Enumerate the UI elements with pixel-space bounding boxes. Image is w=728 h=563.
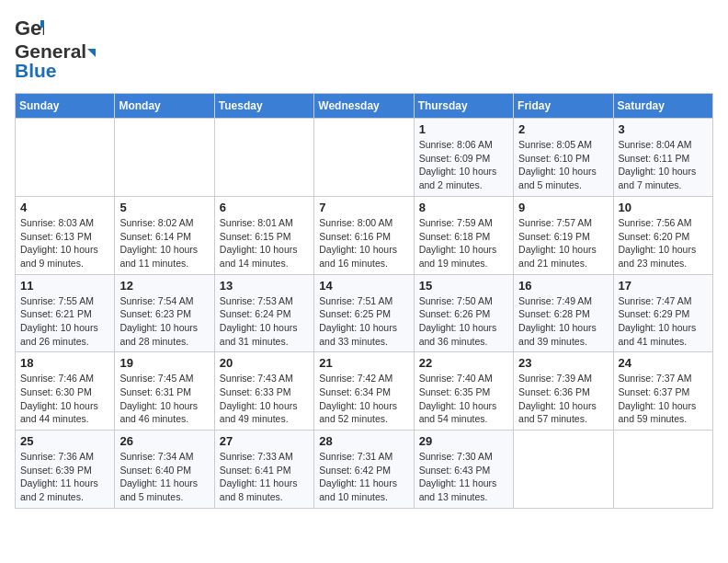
- day-content: Sunrise: 7:51 AMSunset: 6:25 PMDaylight:…: [319, 294, 408, 349]
- day-number: 7: [319, 201, 408, 214]
- day-content: Sunrise: 7:30 AMSunset: 6:43 PMDaylight:…: [419, 450, 508, 504]
- day-cell: [115, 119, 214, 197]
- day-number: 18: [20, 356, 109, 370]
- day-cell: 25Sunrise: 7:36 AMSunset: 6:39 PMDayligh…: [16, 431, 115, 509]
- day-cell: 20Sunrise: 7:43 AMSunset: 6:33 PMDayligh…: [214, 352, 313, 431]
- day-number: 9: [518, 201, 608, 214]
- day-number: 29: [419, 434, 508, 448]
- day-content: Sunrise: 7:54 AMSunset: 6:23 PMDaylight:…: [119, 294, 209, 349]
- day-cell: [613, 431, 712, 509]
- week-row-3: 11Sunrise: 7:55 AMSunset: 6:21 PMDayligh…: [16, 274, 713, 352]
- day-content: Sunrise: 7:43 AMSunset: 6:33 PMDaylight:…: [220, 372, 309, 426]
- day-number: 12: [119, 279, 209, 293]
- day-number: 22: [419, 356, 508, 370]
- day-content: Sunrise: 7:53 AMSunset: 6:24 PMDaylight:…: [220, 294, 309, 349]
- day-cell: 11Sunrise: 7:55 AMSunset: 6:21 PMDayligh…: [16, 274, 115, 352]
- day-number: 26: [119, 434, 209, 448]
- day-number: 8: [419, 201, 508, 214]
- col-header-friday: Friday: [514, 94, 613, 119]
- day-content: Sunrise: 8:00 AMSunset: 6:16 PMDaylight:…: [319, 216, 408, 270]
- day-cell: 15Sunrise: 7:50 AMSunset: 6:26 PMDayligh…: [414, 274, 513, 352]
- day-content: Sunrise: 8:05 AMSunset: 6:10 PMDaylight:…: [518, 138, 608, 192]
- day-number: 15: [419, 279, 508, 293]
- day-number: 3: [619, 122, 708, 136]
- day-number: 19: [119, 356, 209, 370]
- day-number: 28: [319, 434, 408, 448]
- day-cell: 19Sunrise: 7:45 AMSunset: 6:31 PMDayligh…: [115, 352, 214, 431]
- day-cell: [16, 119, 115, 197]
- day-cell: 6Sunrise: 8:01 AMSunset: 6:15 PMDaylight…: [214, 196, 313, 274]
- day-content: Sunrise: 8:04 AMSunset: 6:11 PMDaylight:…: [619, 138, 708, 192]
- col-header-monday: Monday: [115, 94, 214, 119]
- day-content: Sunrise: 7:42 AMSunset: 6:34 PMDaylight:…: [319, 372, 408, 426]
- day-cell: 18Sunrise: 7:46 AMSunset: 6:30 PMDayligh…: [16, 352, 115, 431]
- day-cell: 8Sunrise: 7:59 AMSunset: 6:18 PMDaylight…: [414, 196, 513, 274]
- day-cell: 4Sunrise: 8:03 AMSunset: 6:13 PMDaylight…: [16, 196, 115, 274]
- day-cell: [514, 431, 613, 509]
- day-content: Sunrise: 7:50 AMSunset: 6:26 PMDaylight:…: [419, 294, 508, 349]
- day-content: Sunrise: 7:36 AMSunset: 6:39 PMDaylight:…: [20, 450, 109, 504]
- day-number: 25: [20, 434, 109, 448]
- calendar-table: SundayMondayTuesdayWednesdayThursdayFrid…: [15, 93, 713, 509]
- col-header-thursday: Thursday: [414, 94, 513, 119]
- day-number: 11: [20, 279, 109, 293]
- svg-text:General: General: [15, 17, 44, 40]
- day-cell: 21Sunrise: 7:42 AMSunset: 6:34 PMDayligh…: [314, 352, 414, 431]
- header: General General Blue: [15, 15, 713, 82]
- day-content: Sunrise: 7:55 AMSunset: 6:21 PMDaylight:…: [20, 294, 109, 349]
- col-header-saturday: Saturday: [613, 94, 712, 119]
- day-cell: 7Sunrise: 8:00 AMSunset: 6:16 PMDaylight…: [314, 196, 414, 274]
- day-cell: 24Sunrise: 7:37 AMSunset: 6:37 PMDayligh…: [613, 352, 712, 431]
- logo-line1: General: [15, 40, 86, 62]
- day-number: 6: [220, 201, 309, 214]
- day-cell: [314, 119, 414, 197]
- week-row-4: 18Sunrise: 7:46 AMSunset: 6:30 PMDayligh…: [16, 352, 713, 431]
- day-cell: 29Sunrise: 7:30 AMSunset: 6:43 PMDayligh…: [414, 431, 513, 509]
- day-content: Sunrise: 7:31 AMSunset: 6:42 PMDaylight:…: [319, 450, 408, 504]
- week-row-1: 1Sunrise: 8:06 AMSunset: 6:09 PMDaylight…: [16, 119, 713, 197]
- day-content: Sunrise: 8:03 AMSunset: 6:13 PMDaylight:…: [20, 216, 109, 270]
- day-cell: 13Sunrise: 7:53 AMSunset: 6:24 PMDayligh…: [214, 274, 313, 352]
- day-cell: 28Sunrise: 7:31 AMSunset: 6:42 PMDayligh…: [314, 431, 414, 509]
- day-content: Sunrise: 7:40 AMSunset: 6:35 PMDaylight:…: [419, 372, 508, 426]
- day-number: 27: [220, 434, 309, 448]
- day-content: Sunrise: 8:02 AMSunset: 6:14 PMDaylight:…: [119, 216, 209, 270]
- day-cell: 3Sunrise: 8:04 AMSunset: 6:11 PMDaylight…: [613, 119, 712, 197]
- calendar-header: SundayMondayTuesdayWednesdayThursdayFrid…: [16, 94, 713, 119]
- day-number: 20: [220, 356, 309, 370]
- day-number: 24: [619, 356, 708, 370]
- day-number: 23: [518, 356, 608, 370]
- day-cell: 2Sunrise: 8:05 AMSunset: 6:10 PMDaylight…: [514, 119, 613, 197]
- col-header-sunday: Sunday: [16, 94, 115, 119]
- day-content: Sunrise: 8:06 AMSunset: 6:09 PMDaylight:…: [419, 138, 508, 192]
- logo-line2: Blue: [15, 60, 57, 82]
- day-content: Sunrise: 7:59 AMSunset: 6:18 PMDaylight:…: [419, 216, 508, 270]
- day-content: Sunrise: 7:56 AMSunset: 6:20 PMDaylight:…: [619, 216, 708, 270]
- day-number: 17: [619, 279, 708, 293]
- day-content: Sunrise: 7:39 AMSunset: 6:36 PMDaylight:…: [518, 372, 608, 426]
- week-row-2: 4Sunrise: 8:03 AMSunset: 6:13 PMDaylight…: [16, 196, 713, 274]
- day-cell: 9Sunrise: 7:57 AMSunset: 6:19 PMDaylight…: [514, 196, 613, 274]
- day-number: 10: [619, 201, 708, 214]
- day-cell: 26Sunrise: 7:34 AMSunset: 6:40 PMDayligh…: [115, 431, 214, 509]
- logo: General General Blue: [15, 15, 96, 82]
- day-cell: 1Sunrise: 8:06 AMSunset: 6:09 PMDaylight…: [414, 119, 513, 197]
- day-number: 21: [319, 356, 408, 370]
- day-number: 16: [518, 279, 608, 293]
- day-cell: 5Sunrise: 8:02 AMSunset: 6:14 PMDaylight…: [115, 196, 214, 274]
- day-cell: 14Sunrise: 7:51 AMSunset: 6:25 PMDayligh…: [314, 274, 414, 352]
- day-content: Sunrise: 7:49 AMSunset: 6:28 PMDaylight:…: [518, 294, 608, 349]
- day-cell: 27Sunrise: 7:33 AMSunset: 6:41 PMDayligh…: [214, 431, 313, 509]
- day-cell: 16Sunrise: 7:49 AMSunset: 6:28 PMDayligh…: [514, 274, 613, 352]
- day-content: Sunrise: 7:34 AMSunset: 6:40 PMDaylight:…: [119, 450, 209, 504]
- day-number: 2: [518, 122, 608, 136]
- col-header-wednesday: Wednesday: [314, 94, 414, 119]
- day-content: Sunrise: 7:47 AMSunset: 6:29 PMDaylight:…: [619, 294, 708, 349]
- col-header-tuesday: Tuesday: [214, 94, 313, 119]
- day-cell: [214, 119, 313, 197]
- week-row-5: 25Sunrise: 7:36 AMSunset: 6:39 PMDayligh…: [16, 431, 713, 509]
- day-content: Sunrise: 7:45 AMSunset: 6:31 PMDaylight:…: [119, 372, 209, 426]
- day-cell: 23Sunrise: 7:39 AMSunset: 6:36 PMDayligh…: [514, 352, 613, 431]
- day-number: 4: [20, 201, 109, 214]
- day-number: 13: [220, 279, 309, 293]
